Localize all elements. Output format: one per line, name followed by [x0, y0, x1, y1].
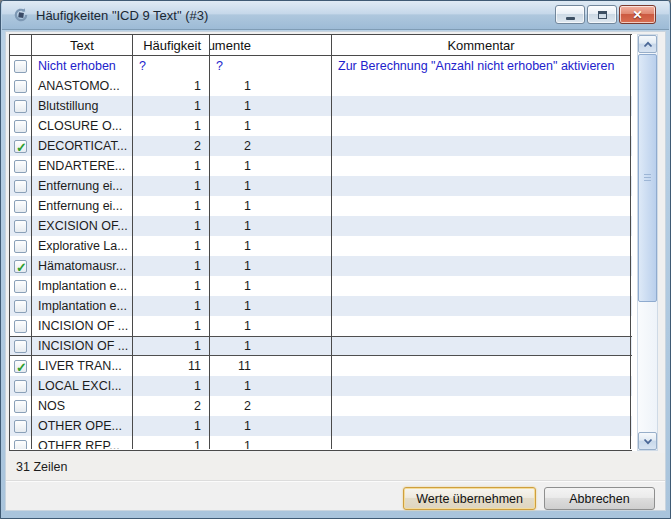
- row-select-cell[interactable]: [10, 136, 32, 156]
- comment-cell: [332, 216, 631, 236]
- row-checkbox[interactable]: [14, 380, 27, 393]
- column-header-frequency[interactable]: Häufigkeit: [133, 35, 210, 56]
- dialog-button-row: Werte übernehmen Abbrechen: [6, 481, 665, 510]
- row-select-cell[interactable]: [10, 76, 32, 96]
- table-row[interactable]: NOS22: [10, 396, 632, 416]
- row-checkbox[interactable]: [14, 120, 27, 133]
- close-icon: ✕: [632, 9, 642, 21]
- row-select-cell[interactable]: [10, 296, 32, 316]
- documents-cell: 1: [210, 196, 332, 216]
- documents-cell: 1: [210, 416, 332, 436]
- row-checkbox[interactable]: [14, 280, 27, 293]
- row-checkbox[interactable]: [14, 300, 27, 313]
- table-header-row: Text Häufigkeit Anzahl Dokumente Komment…: [10, 34, 632, 56]
- row-select-cell[interactable]: [10, 216, 32, 236]
- documents-cell: 11: [210, 356, 332, 376]
- row-select-cell[interactable]: [10, 316, 32, 336]
- row-select-cell[interactable]: [10, 176, 32, 196]
- row-select-cell[interactable]: [10, 56, 32, 76]
- row-checkbox[interactable]: [14, 220, 27, 233]
- frequency-cell: 1: [133, 436, 210, 449]
- table-row[interactable]: Implantation e...11: [10, 296, 632, 316]
- table-row[interactable]: INCISION OF ...11: [10, 336, 632, 356]
- column-header-comment[interactable]: Kommentar: [332, 35, 631, 56]
- row-checkbox[interactable]: [14, 240, 27, 253]
- row-checkbox-checked[interactable]: [14, 360, 27, 373]
- row-select-cell[interactable]: [10, 276, 32, 296]
- row-select-cell[interactable]: [10, 436, 32, 449]
- comment-cell: [332, 196, 631, 216]
- table-row[interactable]: DECORTICAT...22: [10, 136, 632, 156]
- row-checkbox[interactable]: [14, 420, 27, 433]
- row-checkbox[interactable]: [14, 60, 27, 73]
- table-row[interactable]: LOCAL EXCI...11: [10, 376, 632, 396]
- table-row[interactable]: Explorative La...11: [10, 236, 632, 256]
- maximize-button[interactable]: [587, 5, 617, 24]
- row-checkbox[interactable]: [14, 440, 27, 450]
- comment-cell: [332, 176, 631, 196]
- dialog-client-area: Text Häufigkeit Anzahl Dokumente Komment…: [5, 31, 666, 511]
- table-row[interactable]: ANASTOMO...11: [10, 76, 632, 96]
- cancel-button[interactable]: Abbrechen: [544, 487, 655, 510]
- row-checkbox[interactable]: [14, 80, 27, 93]
- minimize-button[interactable]: [555, 5, 585, 24]
- row-select-cell[interactable]: [10, 336, 32, 356]
- frequency-cell: 1: [133, 116, 210, 136]
- row-select-cell[interactable]: [10, 156, 32, 176]
- text-cell: ENDARTERE...: [32, 156, 133, 176]
- scroll-down-button[interactable]: [638, 432, 657, 450]
- row-checkbox[interactable]: [14, 320, 27, 333]
- row-select-cell[interactable]: [10, 376, 32, 396]
- row-select-cell[interactable]: [10, 116, 32, 136]
- column-header-select[interactable]: [10, 35, 32, 56]
- row-select-cell[interactable]: [10, 96, 32, 116]
- row-checkbox[interactable]: [14, 340, 27, 353]
- table-row[interactable]: OTHER REP...11: [10, 436, 632, 449]
- row-select-cell[interactable]: [10, 236, 32, 256]
- chevron-up-icon: [643, 41, 653, 48]
- table-row[interactable]: LIVER TRAN...1111: [10, 356, 632, 376]
- table-row[interactable]: OTHER OPE...11: [10, 416, 632, 436]
- documents-cell: 1: [210, 236, 332, 256]
- table-row[interactable]: INCISION OF ...11: [10, 316, 632, 336]
- table-row[interactable]: Entfernung ei...11: [10, 196, 632, 216]
- apply-values-button[interactable]: Werte übernehmen: [403, 487, 536, 510]
- window-title: Häufigkeiten "ICD 9 Text" (#3): [36, 8, 208, 23]
- row-select-cell[interactable]: [10, 396, 32, 416]
- scrollbar-thumb[interactable]: [638, 54, 657, 302]
- maximize-icon: [598, 11, 607, 19]
- row-checkbox[interactable]: [14, 100, 27, 113]
- column-header-documents[interactable]: Anzahl Dokumente: [210, 35, 332, 56]
- column-header-text[interactable]: Text: [32, 35, 133, 56]
- table-row[interactable]: Blutstillung11: [10, 96, 632, 116]
- comment-cell: [332, 376, 631, 396]
- table-row[interactable]: Implantation e...11: [10, 276, 632, 296]
- text-cell: NOS: [32, 396, 133, 416]
- row-select-cell[interactable]: [10, 196, 32, 216]
- documents-cell: 1: [210, 336, 332, 356]
- table-row[interactable]: Entfernung ei...11: [10, 176, 632, 196]
- row-checkbox[interactable]: [14, 180, 27, 193]
- table-row[interactable]: ENDARTERE...11: [10, 156, 632, 176]
- comment-cell: [332, 236, 631, 256]
- close-button[interactable]: ✕: [619, 5, 656, 24]
- documents-cell: 1: [210, 176, 332, 196]
- scroll-up-button[interactable]: [638, 35, 657, 53]
- table-row[interactable]: Hämatomausr...11: [10, 256, 632, 276]
- table-row[interactable]: Nicht erhoben??Zur Berechnung "Anzahl ni…: [10, 56, 632, 76]
- documents-cell: 1: [210, 316, 332, 336]
- row-select-cell[interactable]: [10, 256, 32, 276]
- row-checkbox-checked[interactable]: [14, 140, 27, 153]
- row-checkbox-checked[interactable]: [14, 260, 27, 273]
- row-checkbox[interactable]: [14, 160, 27, 173]
- table-row[interactable]: CLOSURE O...11: [10, 116, 632, 136]
- table-row[interactable]: EXCISION OF...11: [10, 216, 632, 236]
- frequency-cell: 1: [133, 96, 210, 116]
- vertical-scrollbar[interactable]: [637, 34, 658, 451]
- row-select-cell[interactable]: [10, 356, 32, 376]
- row-checkbox[interactable]: [14, 200, 27, 213]
- row-select-cell[interactable]: [10, 416, 32, 436]
- frequency-cell: 1: [133, 316, 210, 336]
- title-bar[interactable]: Häufigkeiten "ICD 9 Text" (#3) ✕: [2, 1, 669, 30]
- row-checkbox[interactable]: [14, 400, 27, 413]
